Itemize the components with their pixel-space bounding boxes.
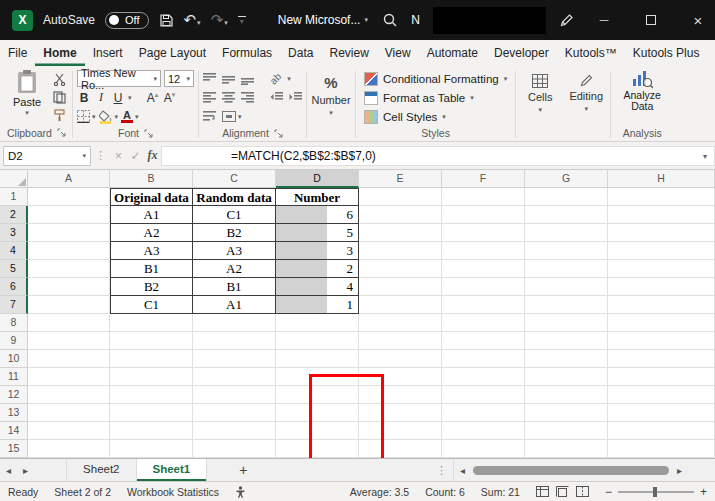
cell-H11[interactable] <box>608 368 715 386</box>
cell-G12[interactable] <box>525 386 608 404</box>
page-layout-view-button[interactable] <box>556 486 569 497</box>
search-icon[interactable] <box>382 12 398 28</box>
sheet-tab-sheet2[interactable]: Sheet2 <box>66 459 136 481</box>
fill-color-button[interactable]: ▾ <box>99 110 119 124</box>
cell-A15[interactable] <box>28 440 110 458</box>
row-header-1[interactable]: 1 <box>0 188 28 206</box>
normal-view-button[interactable] <box>536 486 549 497</box>
row-header-9[interactable]: 9 <box>0 332 28 350</box>
close-button[interactable]: × <box>681 0 715 40</box>
decrease-indent-button[interactable] <box>270 92 283 104</box>
cell-D8[interactable] <box>276 314 359 332</box>
column-header-G[interactable]: G <box>525 170 608 188</box>
cell-A5[interactable] <box>28 260 110 278</box>
align-center-button[interactable] <box>222 92 235 104</box>
workbook-statistics-button[interactable]: Workbook Statistics <box>127 486 219 498</box>
cell-C12[interactable] <box>193 386 276 404</box>
wrap-text-button[interactable] <box>203 111 216 123</box>
cell-D7[interactable]: 1 <box>276 296 359 314</box>
cell-H13[interactable] <box>608 404 715 422</box>
tab-formulas[interactable]: Formulas <box>214 40 280 66</box>
cell-H8[interactable] <box>608 314 715 332</box>
excel-logo-icon[interactable]: X <box>12 10 33 31</box>
cell-A14[interactable] <box>28 422 110 440</box>
column-header-B[interactable]: B <box>110 170 193 188</box>
row-header-5[interactable]: 5 <box>0 260 28 278</box>
cell-E2[interactable] <box>359 206 442 224</box>
undo-button[interactable]: ↶▾ <box>184 11 201 29</box>
cell-C14[interactable] <box>193 422 276 440</box>
increase-font-size-button[interactable]: A▴ <box>146 91 160 105</box>
cell-B9[interactable] <box>110 332 193 350</box>
cell-F9[interactable] <box>442 332 525 350</box>
column-header-F[interactable]: F <box>442 170 525 188</box>
cells-group-button[interactable]: Cells ▾ <box>517 68 563 141</box>
cell-F7[interactable] <box>442 296 525 314</box>
cell-D13[interactable] <box>276 404 359 422</box>
cell-F2[interactable] <box>442 206 525 224</box>
cell-B2[interactable]: A1 <box>110 206 193 224</box>
cell-C1[interactable]: Random data <box>193 188 276 206</box>
cell-B10[interactable] <box>110 350 193 368</box>
formula-bar-expand-icon[interactable]: ▾ <box>696 146 715 166</box>
align-right-button[interactable] <box>241 92 254 104</box>
cell-A9[interactable] <box>28 332 110 350</box>
cell-G8[interactable] <box>525 314 608 332</box>
row-header-3[interactable]: 3 <box>0 224 28 242</box>
borders-button[interactable]: ▾ <box>77 110 96 123</box>
cell-B5[interactable]: B1 <box>110 260 193 278</box>
format-as-table-button[interactable]: Format as Table ▾ <box>360 88 511 107</box>
horizontal-scrollbar[interactable]: ◂ ▸ <box>453 459 715 481</box>
tab-kutools[interactable]: Kutools™ <box>557 40 625 66</box>
maximize-button[interactable] <box>634 0 668 40</box>
cell-F11[interactable] <box>442 368 525 386</box>
zoom-in-button[interactable]: + <box>700 485 707 499</box>
row-header-6[interactable]: 6 <box>0 278 28 296</box>
cell-G11[interactable] <box>525 368 608 386</box>
zoom-slider[interactable] <box>618 491 694 493</box>
row-header-15[interactable]: 15 <box>0 440 28 458</box>
scrollbar-thumb[interactable] <box>473 466 669 475</box>
cell-C15[interactable] <box>193 440 276 458</box>
cell-A13[interactable] <box>28 404 110 422</box>
cell-H1[interactable] <box>608 188 715 206</box>
cell-E1[interactable] <box>359 188 442 206</box>
copy-icon[interactable] <box>53 91 66 104</box>
cell-E14[interactable] <box>359 422 442 440</box>
row-header-12[interactable]: 12 <box>0 386 28 404</box>
italic-button[interactable]: I <box>94 90 108 105</box>
cell-styles-button[interactable]: Cell Styles ▾ <box>360 107 511 126</box>
autosave-toggle[interactable]: Off <box>105 12 148 29</box>
cell-C2[interactable]: C1 <box>193 206 276 224</box>
tab-automate[interactable]: Automate <box>419 40 486 66</box>
cell-A3[interactable] <box>28 224 110 242</box>
cell-A1[interactable] <box>28 188 110 206</box>
cell-C11[interactable] <box>193 368 276 386</box>
cell-C9[interactable] <box>193 332 276 350</box>
customize-qat-button[interactable]: ▾ <box>238 16 246 25</box>
cell-G2[interactable] <box>525 206 608 224</box>
align-middle-button[interactable] <box>222 73 235 85</box>
cell-D10[interactable] <box>276 350 359 368</box>
sheet-nav-right-icon[interactable]: ▸ <box>17 465 34 476</box>
row-header-7[interactable]: 7 <box>0 296 28 314</box>
cell-F1[interactable] <box>442 188 525 206</box>
insert-function-button[interactable]: fx <box>144 148 161 163</box>
cell-G7[interactable] <box>525 296 608 314</box>
column-header-C[interactable]: C <box>193 170 276 188</box>
tab-view[interactable]: View <box>377 40 419 66</box>
scroll-left-icon[interactable]: ◂ <box>454 465 471 476</box>
cell-D11[interactable] <box>276 368 359 386</box>
cell-D6[interactable]: 4 <box>276 278 359 296</box>
column-header-D[interactable]: D <box>276 170 359 188</box>
cell-G3[interactable] <box>525 224 608 242</box>
cell-E7[interactable] <box>359 296 442 314</box>
tab-kutools-plus[interactable]: Kutools Plus <box>625 40 708 66</box>
tab-data[interactable]: Data <box>280 40 321 66</box>
cell-D1[interactable]: Number <box>276 188 359 206</box>
cell-D3[interactable]: 5 <box>276 224 359 242</box>
row-header-2[interactable]: 2 <box>0 206 28 224</box>
cell-G10[interactable] <box>525 350 608 368</box>
cell-A10[interactable] <box>28 350 110 368</box>
select-all-corner[interactable] <box>0 170 28 188</box>
